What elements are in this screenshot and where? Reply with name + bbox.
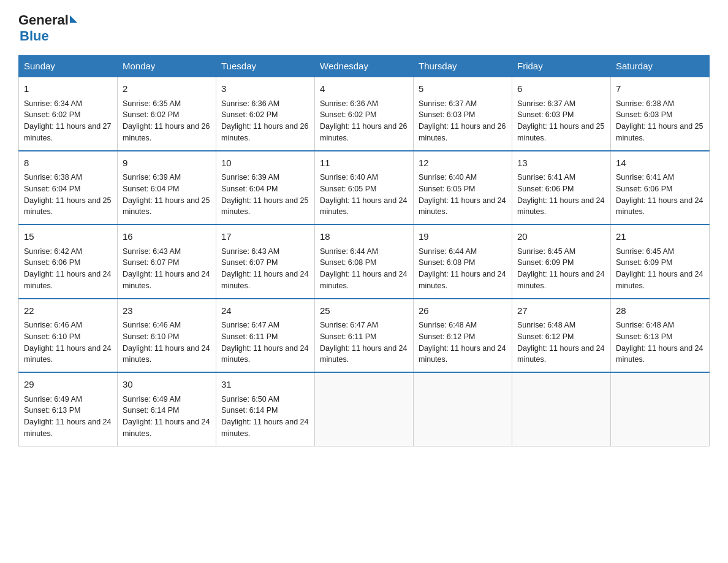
day-number: 21 (616, 230, 704, 244)
day-number: 15 (24, 230, 112, 244)
sunrise-text: Sunrise: 6:46 AM (24, 321, 82, 329)
daylight-text: Daylight: 11 hours and 24 minutes. (517, 196, 604, 216)
sunrise-text: Sunrise: 6:43 AM (221, 247, 279, 256)
logo-arrow-icon (70, 15, 77, 23)
calendar-cell: 18Sunrise: 6:44 AMSunset: 6:08 PMDayligh… (315, 224, 414, 299)
sunrise-text: Sunrise: 6:34 AM (24, 99, 82, 108)
daylight-text: Daylight: 11 hours and 27 minutes. (24, 122, 111, 142)
calendar-cell: 12Sunrise: 6:40 AMSunset: 6:05 PMDayligh… (414, 151, 512, 225)
calendar-cell (512, 372, 611, 446)
sunset-text: Sunset: 6:05 PM (320, 185, 376, 193)
daylight-text: Daylight: 11 hours and 24 minutes. (419, 270, 506, 290)
sunset-text: Sunset: 6:10 PM (123, 332, 179, 341)
sunset-text: Sunset: 6:03 PM (616, 110, 672, 119)
day-number: 23 (123, 304, 211, 318)
sunset-text: Sunset: 6:08 PM (320, 258, 376, 267)
calendar-cell (414, 372, 512, 446)
daylight-text: Daylight: 11 hours and 24 minutes. (221, 270, 308, 290)
daylight-text: Daylight: 11 hours and 24 minutes. (221, 344, 308, 364)
sunrise-text: Sunrise: 6:48 AM (419, 321, 477, 329)
daylight-text: Daylight: 11 hours and 26 minutes. (123, 122, 210, 142)
calendar-cell: 20Sunrise: 6:45 AMSunset: 6:09 PMDayligh… (512, 224, 611, 299)
calendar-cell: 31Sunrise: 6:50 AMSunset: 6:14 PMDayligh… (216, 372, 315, 446)
calendar-week-row: 15Sunrise: 6:42 AMSunset: 6:06 PMDayligh… (19, 224, 710, 299)
day-number: 10 (221, 156, 309, 170)
calendar-table: SundayMondayTuesdayWednesdayThursdayFrid… (18, 55, 710, 446)
calendar-cell: 21Sunrise: 6:45 AMSunset: 6:09 PMDayligh… (611, 224, 710, 299)
sunrise-text: Sunrise: 6:36 AM (320, 99, 378, 108)
daylight-text: Daylight: 11 hours and 24 minutes. (24, 418, 111, 438)
day-number: 2 (123, 82, 211, 96)
sunrise-text: Sunrise: 6:50 AM (221, 395, 279, 404)
day-number: 9 (123, 156, 211, 170)
daylight-text: Daylight: 11 hours and 25 minutes. (221, 196, 308, 216)
calendar-cell: 25Sunrise: 6:47 AMSunset: 6:11 PMDayligh… (315, 299, 414, 373)
sunrise-text: Sunrise: 6:35 AM (123, 99, 181, 108)
daylight-text: Daylight: 11 hours and 24 minutes. (123, 344, 210, 364)
sunset-text: Sunset: 6:09 PM (517, 258, 574, 267)
daylight-text: Daylight: 11 hours and 24 minutes. (616, 344, 703, 364)
daylight-text: Daylight: 11 hours and 25 minutes. (616, 122, 703, 142)
sunrise-text: Sunrise: 6:42 AM (24, 247, 82, 256)
daylight-text: Daylight: 11 hours and 25 minutes. (123, 196, 210, 216)
daylight-text: Daylight: 11 hours and 24 minutes. (517, 344, 604, 364)
calendar-week-row: 29Sunrise: 6:49 AMSunset: 6:13 PMDayligh… (19, 372, 710, 446)
header-day-thursday: Thursday (414, 56, 512, 77)
sunset-text: Sunset: 6:02 PM (320, 110, 376, 119)
daylight-text: Daylight: 11 hours and 26 minutes. (419, 122, 506, 142)
calendar-cell: 9Sunrise: 6:39 AMSunset: 6:04 PMDaylight… (118, 151, 216, 225)
sunrise-text: Sunrise: 6:41 AM (616, 173, 674, 182)
calendar-cell: 10Sunrise: 6:39 AMSunset: 6:04 PMDayligh… (216, 151, 315, 225)
calendar-header-row: SundayMondayTuesdayWednesdayThursdayFrid… (19, 56, 710, 77)
day-number: 16 (123, 230, 211, 244)
sunset-text: Sunset: 6:11 PM (221, 332, 278, 341)
calendar-cell: 1Sunrise: 6:34 AMSunset: 6:02 PMDaylight… (19, 77, 118, 151)
calendar-cell: 4Sunrise: 6:36 AMSunset: 6:02 PMDaylight… (315, 77, 414, 151)
sunset-text: Sunset: 6:06 PM (517, 185, 574, 193)
sunset-text: Sunset: 6:04 PM (123, 185, 179, 193)
sunset-text: Sunset: 6:12 PM (517, 332, 574, 341)
calendar-cell: 8Sunrise: 6:38 AMSunset: 6:04 PMDaylight… (19, 151, 118, 225)
sunset-text: Sunset: 6:05 PM (419, 185, 475, 193)
header-day-tuesday: Tuesday (216, 56, 315, 77)
sunrise-text: Sunrise: 6:44 AM (320, 247, 378, 256)
daylight-text: Daylight: 11 hours and 25 minutes. (24, 196, 111, 216)
daylight-text: Daylight: 11 hours and 24 minutes. (419, 344, 506, 364)
sunset-text: Sunset: 6:04 PM (24, 185, 80, 193)
daylight-text: Daylight: 11 hours and 24 minutes. (24, 270, 111, 290)
daylight-text: Daylight: 11 hours and 24 minutes. (517, 270, 604, 290)
sunrise-text: Sunrise: 6:41 AM (517, 173, 575, 182)
sunrise-text: Sunrise: 6:46 AM (123, 321, 181, 329)
day-number: 3 (221, 82, 309, 96)
day-number: 13 (517, 156, 605, 170)
day-number: 30 (123, 378, 211, 392)
day-number: 11 (320, 156, 408, 170)
calendar-cell: 27Sunrise: 6:48 AMSunset: 6:12 PMDayligh… (512, 299, 611, 373)
sunset-text: Sunset: 6:03 PM (517, 110, 574, 119)
day-number: 27 (517, 304, 605, 318)
sunset-text: Sunset: 6:06 PM (24, 258, 80, 267)
sunset-text: Sunset: 6:13 PM (24, 406, 80, 415)
logo-general-text: General (18, 12, 69, 28)
daylight-text: Daylight: 11 hours and 24 minutes. (123, 418, 210, 438)
calendar-cell: 16Sunrise: 6:43 AMSunset: 6:07 PMDayligh… (118, 224, 216, 299)
daylight-text: Daylight: 11 hours and 24 minutes. (320, 344, 407, 364)
header-day-monday: Monday (118, 56, 216, 77)
sunset-text: Sunset: 6:02 PM (221, 110, 278, 119)
day-number: 24 (221, 304, 309, 318)
calendar-cell: 29Sunrise: 6:49 AMSunset: 6:13 PMDayligh… (19, 372, 118, 446)
daylight-text: Daylight: 11 hours and 24 minutes. (419, 196, 506, 216)
day-number: 26 (419, 304, 507, 318)
daylight-text: Daylight: 11 hours and 24 minutes. (320, 270, 407, 290)
calendar-cell: 14Sunrise: 6:41 AMSunset: 6:06 PMDayligh… (611, 151, 710, 225)
sunrise-text: Sunrise: 6:49 AM (24, 395, 82, 404)
sunrise-text: Sunrise: 6:40 AM (419, 173, 477, 182)
sunrise-text: Sunrise: 6:47 AM (221, 321, 279, 329)
day-number: 20 (517, 230, 605, 244)
calendar-cell: 15Sunrise: 6:42 AMSunset: 6:06 PMDayligh… (19, 224, 118, 299)
sunrise-text: Sunrise: 6:45 AM (517, 247, 575, 256)
day-number: 28 (616, 304, 704, 318)
day-number: 18 (320, 230, 408, 244)
sunrise-text: Sunrise: 6:39 AM (123, 173, 181, 182)
daylight-text: Daylight: 11 hours and 24 minutes. (616, 196, 703, 216)
